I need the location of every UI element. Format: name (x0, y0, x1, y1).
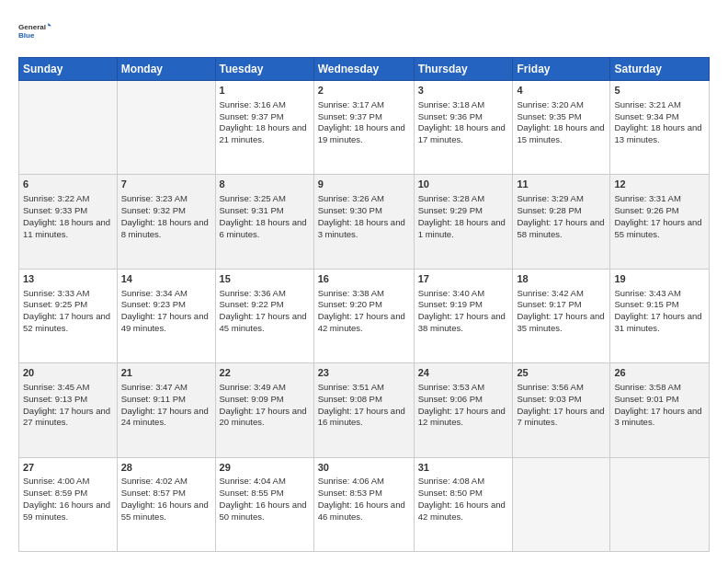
sunset-text: Sunset: 9:03 PM (517, 394, 581, 404)
sunset-text: Sunset: 9:09 PM (220, 394, 284, 404)
calendar-cell: 15Sunrise: 3:36 AMSunset: 9:22 PMDayligh… (215, 269, 313, 362)
calendar-cell: 3Sunrise: 3:18 AMSunset: 9:36 PMDaylight… (414, 81, 513, 175)
day-number: 19 (614, 272, 705, 286)
sunrise-text: Sunrise: 3:20 AM (517, 99, 583, 109)
sunset-text: Sunset: 9:08 PM (318, 394, 382, 404)
daylight-text: Daylight: 18 hours and 6 minutes. (220, 217, 307, 239)
sunset-text: Sunset: 9:15 PM (614, 299, 678, 309)
day-number: 30 (318, 461, 410, 475)
calendar-cell: 24Sunrise: 3:53 AMSunset: 9:06 PMDayligh… (414, 363, 513, 457)
daylight-text: Daylight: 18 hours and 21 minutes. (220, 122, 307, 144)
calendar-cell: 4Sunrise: 3:20 AMSunset: 9:35 PMDaylight… (513, 81, 610, 175)
sunset-text: Sunset: 9:30 PM (318, 205, 382, 215)
calendar-cell: 27Sunrise: 4:00 AMSunset: 8:59 PMDayligh… (19, 457, 118, 551)
day-number: 14 (121, 272, 211, 286)
sunset-text: Sunset: 9:01 PM (614, 394, 678, 404)
sunset-text: Sunset: 9:06 PM (418, 394, 483, 404)
day-number: 7 (121, 178, 211, 191)
calendar-week-4: 20Sunrise: 3:45 AMSunset: 9:13 PMDayligh… (19, 363, 710, 457)
day-number: 23 (318, 366, 410, 380)
sunrise-text: Sunrise: 3:36 AM (220, 288, 286, 298)
sunrise-text: Sunrise: 3:53 AM (418, 382, 484, 392)
sunrise-text: Sunrise: 3:51 AM (318, 382, 384, 392)
sunset-text: Sunset: 9:17 PM (517, 299, 581, 309)
daylight-text: Daylight: 18 hours and 17 minutes. (418, 122, 506, 144)
daylight-text: Daylight: 17 hours and 42 minutes. (318, 311, 405, 333)
day-number: 22 (220, 366, 310, 380)
daylight-text: Daylight: 17 hours and 35 minutes. (517, 311, 604, 333)
day-number: 31 (418, 461, 509, 475)
daylight-text: Daylight: 17 hours and 31 minutes. (614, 311, 701, 333)
calendar-cell: 9Sunrise: 3:26 AMSunset: 9:30 PMDaylight… (313, 175, 414, 269)
sunrise-text: Sunrise: 4:06 AM (318, 476, 384, 486)
sunrise-text: Sunrise: 3:49 AM (220, 382, 286, 392)
sunset-text: Sunset: 9:25 PM (23, 299, 87, 309)
sunrise-text: Sunrise: 3:45 AM (23, 382, 89, 392)
day-number: 20 (23, 366, 113, 380)
daylight-text: Daylight: 17 hours and 7 minutes. (517, 406, 604, 428)
calendar-cell: 16Sunrise: 3:38 AMSunset: 9:20 PMDayligh… (313, 269, 414, 362)
day-number: 25 (517, 366, 606, 380)
day-header-sunday: Sunday (19, 58, 118, 81)
calendar-cell: 21Sunrise: 3:47 AMSunset: 9:11 PMDayligh… (117, 363, 215, 457)
header: General Blue (18, 15, 710, 48)
daylight-text: Daylight: 17 hours and 55 minutes. (614, 217, 701, 239)
sunset-text: Sunset: 9:11 PM (121, 394, 186, 404)
daylight-text: Daylight: 18 hours and 3 minutes. (318, 217, 405, 239)
sunrise-text: Sunrise: 3:26 AM (318, 193, 384, 203)
sunrise-text: Sunrise: 3:34 AM (121, 288, 188, 298)
day-number: 26 (614, 366, 705, 380)
sunset-text: Sunset: 8:57 PM (121, 488, 186, 498)
sunset-text: Sunset: 9:26 PM (614, 205, 678, 215)
daylight-text: Daylight: 18 hours and 19 minutes. (318, 122, 405, 144)
sunrise-text: Sunrise: 3:31 AM (614, 193, 680, 203)
day-number: 24 (418, 366, 509, 380)
sunrise-text: Sunrise: 3:33 AM (23, 288, 89, 298)
calendar-cell: 5Sunrise: 3:21 AMSunset: 9:34 PMDaylight… (610, 81, 710, 175)
calendar-cell: 28Sunrise: 4:02 AMSunset: 8:57 PMDayligh… (117, 457, 215, 551)
calendar-cell: 14Sunrise: 3:34 AMSunset: 9:23 PMDayligh… (117, 269, 215, 362)
calendar-cell: 12Sunrise: 3:31 AMSunset: 9:26 PMDayligh… (610, 175, 710, 269)
calendar-cell (19, 81, 118, 175)
sunset-text: Sunset: 9:32 PM (121, 205, 186, 215)
sunrise-text: Sunrise: 3:29 AM (517, 193, 583, 203)
daylight-text: Daylight: 18 hours and 15 minutes. (517, 122, 604, 144)
day-number: 5 (614, 84, 705, 98)
calendar-cell (610, 457, 710, 551)
sunset-text: Sunset: 9:13 PM (23, 394, 87, 404)
day-number: 12 (614, 178, 705, 191)
day-number: 17 (418, 272, 509, 286)
sunrise-text: Sunrise: 3:28 AM (418, 193, 484, 203)
day-number: 21 (121, 366, 211, 380)
calendar-header-row: SundayMondayTuesdayWednesdayThursdayFrid… (19, 58, 710, 81)
calendar-cell: 11Sunrise: 3:29 AMSunset: 9:28 PMDayligh… (513, 175, 610, 269)
sunrise-text: Sunrise: 3:58 AM (614, 382, 680, 392)
sunset-text: Sunset: 9:37 PM (220, 111, 284, 121)
calendar-cell: 13Sunrise: 3:33 AMSunset: 9:25 PMDayligh… (19, 269, 118, 362)
sunset-text: Sunset: 9:20 PM (318, 299, 382, 309)
day-number: 9 (318, 178, 410, 191)
day-header-tuesday: Tuesday (215, 58, 313, 81)
calendar: SundayMondayTuesdayWednesdayThursdayFrid… (18, 57, 710, 552)
sunrise-text: Sunrise: 3:38 AM (318, 288, 384, 298)
svg-marker-2 (48, 23, 51, 26)
day-header-thursday: Thursday (414, 58, 513, 81)
sunrise-text: Sunrise: 3:18 AM (418, 99, 484, 109)
sunset-text: Sunset: 9:37 PM (318, 111, 382, 121)
daylight-text: Daylight: 17 hours and 12 minutes. (418, 406, 506, 428)
calendar-cell: 31Sunrise: 4:08 AMSunset: 8:50 PMDayligh… (414, 457, 513, 551)
daylight-text: Daylight: 17 hours and 38 minutes. (418, 311, 506, 333)
day-number: 13 (23, 272, 113, 286)
sunrise-text: Sunrise: 4:02 AM (121, 476, 188, 486)
calendar-cell: 1Sunrise: 3:16 AMSunset: 9:37 PMDaylight… (215, 81, 313, 175)
page: General Blue SundayMondayTuesdayWednesda… (0, 0, 728, 563)
daylight-text: Daylight: 17 hours and 27 minutes. (23, 406, 110, 428)
sunset-text: Sunset: 8:59 PM (23, 488, 87, 498)
svg-text:General: General (18, 23, 46, 31)
daylight-text: Daylight: 18 hours and 1 minute. (418, 217, 506, 239)
sunset-text: Sunset: 9:22 PM (220, 299, 284, 309)
day-number: 2 (318, 84, 410, 98)
sunset-text: Sunset: 8:55 PM (220, 488, 284, 498)
calendar-cell: 30Sunrise: 4:06 AMSunset: 8:53 PMDayligh… (313, 457, 414, 551)
calendar-cell: 26Sunrise: 3:58 AMSunset: 9:01 PMDayligh… (610, 363, 710, 457)
